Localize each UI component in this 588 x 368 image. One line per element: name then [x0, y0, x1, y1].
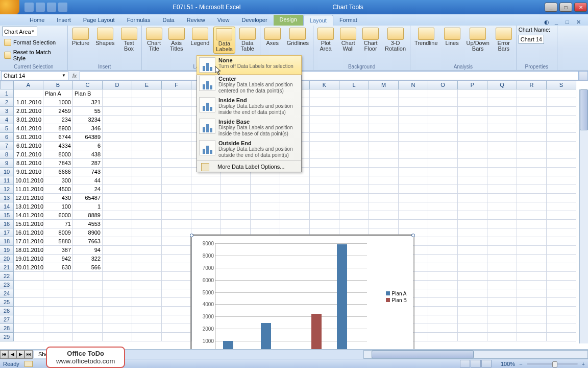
cell[interactable] [132, 159, 162, 168]
data-labels-button[interactable]: Data Labels [213, 27, 235, 54]
cell[interactable]: 5880 [43, 237, 73, 246]
cell[interactable] [487, 133, 517, 142]
cell[interactable] [458, 202, 487, 211]
cell[interactable] [221, 176, 251, 185]
cell[interactable] [399, 150, 428, 159]
cell[interactable] [458, 168, 487, 176]
cell[interactable] [310, 159, 339, 168]
cell[interactable] [458, 98, 487, 107]
cell[interactable] [43, 281, 73, 289]
legend-button[interactable]: Legend [189, 27, 212, 47]
cell[interactable] [458, 324, 487, 333]
cell[interactable] [310, 202, 339, 211]
cell[interactable] [487, 289, 517, 298]
cell[interactable]: 71 [43, 220, 73, 228]
cell[interactable] [339, 116, 369, 124]
cell[interactable] [251, 176, 280, 185]
cell[interactable] [428, 124, 458, 133]
cell[interactable] [399, 185, 428, 194]
office-button[interactable] [0, 0, 19, 14]
cell[interactable] [14, 89, 43, 98]
cell[interactable] [487, 255, 517, 263]
cell[interactable] [428, 307, 458, 315]
cell[interactable]: 1 [73, 202, 103, 211]
row-header[interactable]: 26 [0, 307, 14, 315]
cell[interactable] [399, 194, 428, 202]
cell[interactable]: 7663 [73, 237, 103, 246]
view-page-break-icon[interactable] [481, 360, 492, 367]
row-header[interactable]: 27 [0, 315, 14, 324]
cell[interactable] [428, 211, 458, 220]
cell[interactable] [103, 116, 132, 124]
cell[interactable] [162, 263, 191, 272]
cell[interactable]: Plan A [43, 89, 73, 98]
cell[interactable] [399, 142, 428, 150]
cell[interactable] [487, 315, 517, 324]
cell[interactable] [428, 263, 458, 272]
cell[interactable] [280, 211, 310, 220]
cell[interactable] [103, 298, 132, 307]
cell[interactable] [458, 228, 487, 237]
error-bars-button[interactable]: Error Bars [494, 27, 514, 53]
row-header[interactable]: 2 [0, 98, 14, 107]
cell[interactable]: 24 [73, 185, 103, 194]
cell[interactable] [458, 255, 487, 263]
cell[interactable]: 630 [43, 263, 73, 272]
row-header[interactable]: 13 [0, 194, 14, 202]
doc-close-icon[interactable]: ✕ [576, 19, 584, 26]
cell[interactable] [547, 107, 576, 116]
cell[interactable] [43, 324, 73, 333]
row-header[interactable]: 21 [0, 263, 14, 272]
cell[interactable]: 44 [73, 176, 103, 185]
cell[interactable]: 8009 [43, 228, 73, 237]
cell[interactable] [487, 202, 517, 211]
cell[interactable] [428, 107, 458, 116]
cell[interactable] [162, 237, 191, 246]
cell[interactable] [517, 176, 547, 185]
cell[interactable] [487, 307, 517, 315]
cell[interactable] [428, 98, 458, 107]
undo-icon[interactable] [36, 3, 45, 12]
cell[interactable] [132, 307, 162, 315]
cell[interactable] [103, 272, 132, 281]
bar-plan-a[interactable] [337, 244, 347, 353]
cell[interactable] [73, 307, 103, 315]
data-labels-outside-end[interactable]: Outside EndDisplay Data Labels and posit… [197, 139, 301, 160]
cell[interactable] [428, 150, 458, 159]
cell[interactable]: 94 [73, 246, 103, 255]
cell[interactable] [132, 116, 162, 124]
cell[interactable] [458, 133, 487, 142]
cell[interactable] [428, 289, 458, 298]
cell[interactable] [132, 89, 162, 98]
cell[interactable]: 322 [73, 255, 103, 263]
cell[interactable]: 438 [73, 150, 103, 159]
cell[interactable]: 346 [73, 124, 103, 133]
tab-page-layout[interactable]: Page Layout [77, 15, 121, 26]
cell[interactable] [517, 315, 547, 324]
cell[interactable] [339, 211, 369, 220]
cell[interactable] [369, 185, 399, 194]
cell[interactable] [517, 168, 547, 176]
data-labels-center[interactable]: CenterDisplay Data Labels and position c… [197, 74, 301, 96]
gridlines-button[interactable]: Gridlines [285, 27, 311, 47]
cell[interactable] [103, 176, 132, 185]
cell[interactable] [310, 168, 339, 176]
cell[interactable]: 8900 [43, 124, 73, 133]
cell[interactable] [487, 194, 517, 202]
doc-restore-icon[interactable]: □ [566, 19, 573, 26]
cell[interactable] [369, 194, 399, 202]
cell[interactable] [458, 89, 487, 98]
cell[interactable]: 743 [73, 168, 103, 176]
tab-home[interactable]: Home [23, 15, 51, 26]
format-selection-button[interactable]: Format Selection [2, 38, 58, 47]
cell[interactable] [547, 98, 576, 107]
cell[interactable] [517, 220, 547, 228]
cell[interactable] [43, 333, 73, 341]
cell[interactable] [547, 185, 576, 194]
textbox-button[interactable]: Text Box [119, 27, 139, 53]
cell[interactable]: 4500 [43, 185, 73, 194]
cell[interactable] [369, 116, 399, 124]
cell[interactable] [517, 333, 547, 341]
cell[interactable] [487, 333, 517, 341]
cell[interactable] [162, 289, 191, 298]
